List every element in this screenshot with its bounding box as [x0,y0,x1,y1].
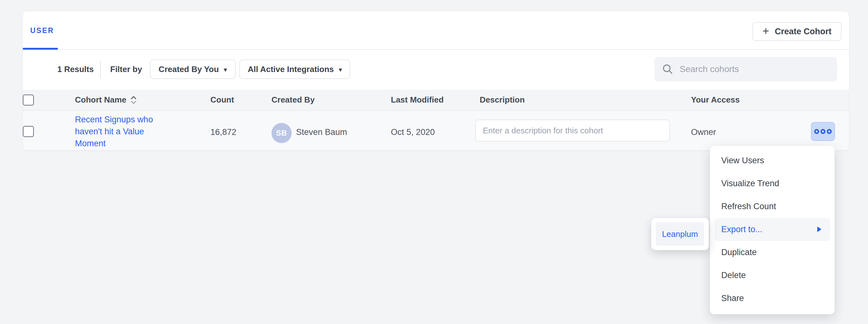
column-header-created-by: Created By [272,89,315,110]
submenu-item-leanplum[interactable]: Leanplum [656,222,704,246]
row-actions-button[interactable] [811,122,835,141]
toolbar: 1 Results Filter by Created By You ▾ All… [23,50,849,89]
toolbar-divider [100,61,101,78]
last-modified-date: Oct 5, 2020 [391,127,435,137]
menu-item-share[interactable]: Share [710,287,835,310]
created-by-name: Steven Baum [296,127,347,137]
access-value: Owner [691,127,716,137]
row-context-menu: View Users Visualize Trend Refresh Count… [710,146,835,314]
results-count: 1 Results [57,65,94,74]
chevron-down-icon: ▾ [224,66,227,73]
menu-item-duplicate[interactable]: Duplicate [710,241,835,264]
created-by-filter-value: Created By You [159,65,219,74]
created-by-filter-dropdown[interactable]: Created By You ▾ [150,60,236,79]
column-header-last-modified: Last Modified [391,89,444,110]
export-submenu: Leanplum [651,218,709,250]
tab-bar: USER + Create Cohort [23,11,849,50]
search-icon [662,64,673,75]
select-all-checkbox[interactable] [23,94,34,106]
plus-icon: + [763,26,769,37]
search-input[interactable] [680,64,830,74]
sort-icon [130,95,137,105]
tab-user-label: USER [30,27,54,35]
integrations-filter-value: All Active Integrations [248,65,334,74]
create-cohort-label: Create Cohort [775,27,832,36]
cohort-count: 16,872 [210,127,237,137]
table-row: Recent Signups who haven't hit a Value M… [23,111,849,150]
cohorts-card: USER + Create Cohort 1 Results Filter by… [23,11,849,150]
menu-item-export-to-label: Export to... [721,225,763,234]
column-header-cohort-name[interactable]: Cohort Name [75,89,137,110]
menu-item-delete[interactable]: Delete [710,264,835,287]
search-box [654,57,837,81]
description-input[interactable] [475,119,670,142]
menu-item-visualize-trend[interactable]: Visualize Trend [710,172,835,195]
chevron-down-icon: ▾ [339,66,342,73]
avatar: SB [272,123,292,143]
menu-item-view-users[interactable]: View Users [710,149,835,172]
menu-item-export-to[interactable]: Export to... [714,218,830,241]
column-header-description: Description [480,89,525,110]
filter-by-label: Filter by [110,65,142,74]
menu-item-refresh-count[interactable]: Refresh Count [710,195,835,218]
submenu-arrow-icon [817,226,822,232]
integrations-filter-dropdown[interactable]: All Active Integrations ▾ [239,60,350,79]
column-header-your-access: Your Access [691,89,740,110]
more-dots-icon [814,128,832,135]
tab-user[interactable]: USER [23,11,62,50]
cohorts-page: USER + Create Cohort 1 Results Filter by… [0,0,868,324]
create-cohort-button[interactable]: + Create Cohort [752,22,841,41]
row-checkbox[interactable] [23,126,34,137]
table-header: Cohort Name Count Created By Last Modifi… [23,89,849,111]
cohort-name-link[interactable]: Recent Signups who haven't hit a Value M… [75,114,158,149]
column-header-count: Count [210,89,234,110]
